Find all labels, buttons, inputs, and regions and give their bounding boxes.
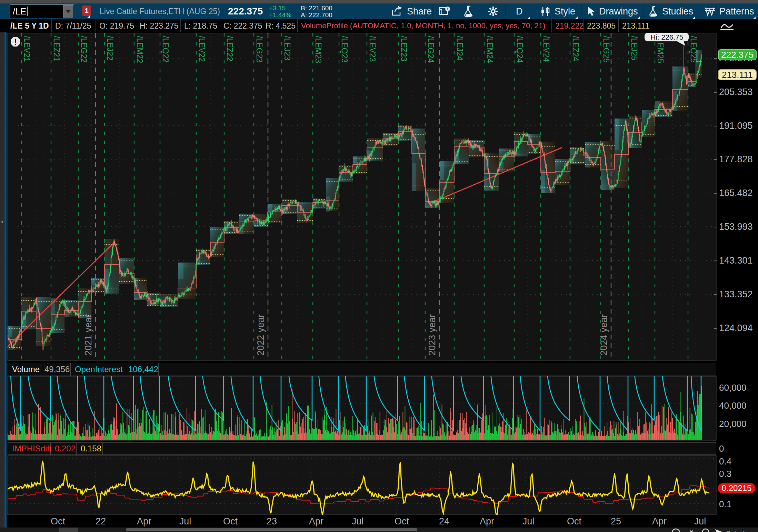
svg-text:Default: Default [726,530,746,532]
